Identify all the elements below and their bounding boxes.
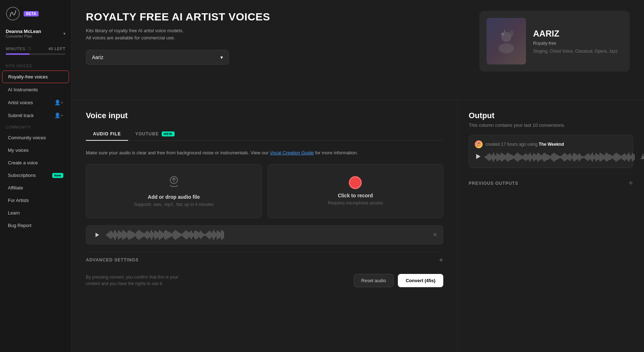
page-subtitle: Kits library of royalty free AI artist v…: [86, 27, 270, 41]
sidebar-item-community-voices[interactable]: Community voices: [2, 132, 69, 144]
sidebar-item-my-voices[interactable]: My voices: [2, 144, 69, 156]
output-avatar: 🎵: [475, 140, 483, 148]
main-content: ROYALTY FREE AI ARTIST VOICES Kits libra…: [72, 0, 644, 352]
sidebar-item-royalty-free-voices[interactable]: Royalty-free voices: [2, 71, 69, 83]
logo-icon: [6, 6, 20, 21]
output-title: Output: [469, 111, 633, 120]
previous-outputs-toggle[interactable]: PREVIOUS OUTPUTS +: [469, 174, 633, 192]
svg-point-3: [501, 33, 504, 35]
tabs-bar: AUDIO FILE YOUTUBE New: [86, 127, 443, 141]
svg-point-2: [498, 43, 514, 53]
voice-dropdown[interactable]: Aariz ▾: [86, 50, 229, 65]
sidebar-item-affiliate[interactable]: Affiliate: [2, 182, 69, 194]
user-plus-icon: 👤+: [54, 100, 63, 105]
plus-icon: +: [629, 179, 633, 187]
upload-icon: [167, 175, 180, 191]
user-plan: Converter Plan: [6, 34, 41, 38]
sidebar-item-bug-report[interactable]: Bug Report: [2, 220, 69, 231]
progress-bar-fill: [6, 53, 30, 55]
artist-name: AARIZ: [533, 29, 618, 39]
new-badge-subscriptions: New: [52, 173, 63, 178]
royalty-tag: Royalty-free: [533, 41, 618, 46]
user-menu[interactable]: Deanna McLean Converter Plan ▾: [0, 26, 71, 43]
page-title: ROYALTY FREE AI ARTIST VOICES: [86, 11, 270, 23]
output-action-buttons: [638, 152, 644, 163]
voice-dropdown-value: Aariz: [92, 54, 103, 60]
sidebar-item-ai-instruments[interactable]: AI Instruments: [2, 84, 69, 96]
user-info: Deanna McLean Converter Plan: [6, 29, 41, 38]
sidebar-item-artist-voices[interactable]: Artist voices 👤+: [2, 96, 69, 109]
user-name: Deanna McLean: [6, 29, 41, 34]
record-icon: [349, 176, 362, 189]
sidebar-item-learn[interactable]: Learn: [2, 207, 69, 219]
sidebar-item-subscriptions[interactable]: Subscriptions New: [2, 169, 69, 181]
output-meta-text: created 17 hours ago using The Weeknd: [486, 142, 564, 147]
waveform-visual: [106, 229, 428, 241]
sidebar: BETA Deanna McLean Converter Plan ▾ MINU…: [0, 0, 72, 352]
top-section: ROYALTY FREE AI ARTIST VOICES Kits libra…: [72, 0, 644, 100]
output-item: 🎵 created 17 hours ago using The Weeknd: [469, 135, 633, 168]
close-waveform-button[interactable]: ✕: [433, 231, 437, 238]
vocal-creation-guide-link[interactable]: Vocal Creation Guide: [270, 150, 314, 155]
logo-area: BETA: [0, 0, 71, 26]
record-box[interactable]: Click to record Requires microphone acce…: [268, 164, 444, 218]
chevron-down-icon: ▾: [63, 31, 65, 36]
play-button[interactable]: [92, 230, 102, 240]
tab-audio-file[interactable]: AUDIO FILE: [86, 128, 128, 141]
svg-marker-8: [476, 154, 480, 159]
tab-youtube[interactable]: YOUTUBE New: [128, 128, 182, 141]
plus-icon: +: [439, 256, 443, 264]
sidebar-item-submit-track[interactable]: Submit track 👤+: [2, 109, 69, 121]
svg-marker-7: [96, 233, 99, 237]
chevron-down-icon: ▾: [220, 54, 223, 60]
svg-rect-4: [504, 30, 505, 33]
sidebar-item-for-artists[interactable]: For Artists: [2, 194, 69, 206]
artist-photo-placeholder: [492, 27, 521, 56]
artist-card: AARIZ Royalty-free Singing, Chest Voice,…: [479, 11, 630, 72]
output-play-button[interactable]: [475, 153, 481, 161]
output-waveform: [475, 152, 627, 163]
artist-info: AARIZ Royalty-free Singing, Chest Voice,…: [533, 29, 618, 54]
upload-area: Add or drop audio file Supports .wav, .m…: [86, 164, 443, 218]
upload-box-title: Add or drop audio file: [148, 194, 200, 200]
advanced-settings-toggle[interactable]: ADVANCED SETTINGS +: [86, 252, 443, 268]
output-meta: 🎵 created 17 hours ago using The Weeknd: [475, 140, 627, 148]
output-subtitle: This column contains your last 10 conver…: [469, 122, 633, 128]
convert-button[interactable]: Convert (45s): [398, 274, 443, 287]
upload-box-subtitle: Supports .wav, .mp3, .flac up to 4 minut…: [134, 202, 214, 207]
beta-badge: BETA: [24, 11, 39, 16]
previous-outputs-label: PREVIOUS OUTPUTS: [469, 181, 518, 186]
top-left: ROYALTY FREE AI ARTIST VOICES Kits libra…: [86, 11, 270, 65]
terms-text: By pressing convert, you confirm that th…: [86, 274, 193, 287]
output-waveform-visual: [485, 152, 635, 163]
kits-voices-section-label: KITS VOICES: [0, 61, 71, 70]
minutes-area: MINUTES ⓘ 40 left: [0, 43, 71, 61]
artist-photo: [487, 18, 526, 64]
info-icon: ⓘ: [28, 46, 31, 51]
tab-youtube-new-badge: New: [162, 131, 175, 136]
record-box-title: Click to record: [338, 193, 373, 198]
output-panel: Output This column contains your last 10…: [458, 100, 644, 352]
audio-waveform-bar: ✕: [86, 225, 443, 245]
bottom-actions: By pressing convert, you confirm that th…: [86, 274, 443, 287]
download-button[interactable]: [638, 152, 644, 163]
progress-bar-bg: [6, 53, 65, 55]
action-buttons: Reset audio Convert (45s): [354, 274, 443, 287]
reset-audio-button[interactable]: Reset audio: [354, 274, 394, 287]
sidebar-item-create-a-voice[interactable]: Create a voice: [2, 157, 69, 169]
community-section-label: COMMUNITY: [0, 122, 71, 131]
minutes-count: 40 left: [48, 47, 65, 51]
voice-guide-text: Make sure your audio is clear and free f…: [86, 149, 443, 157]
user-plus-icon: 👤+: [54, 112, 63, 118]
bottom-section: Voice input AUDIO FILE YOUTUBE New Make …: [72, 100, 644, 352]
minutes-label: MINUTES ⓘ 40 left: [6, 46, 65, 51]
svg-point-5: [509, 30, 514, 37]
upload-file-box[interactable]: Add or drop audio file Supports .wav, .m…: [86, 164, 262, 218]
voice-input-title: Voice input: [86, 111, 443, 120]
voice-input-panel: Voice input AUDIO FILE YOUTUBE New Make …: [72, 100, 458, 352]
artist-tags: Singing, Chest Voice, Classical, Opera, …: [533, 49, 618, 54]
record-box-subtitle: Requires microphone access: [328, 201, 383, 206]
